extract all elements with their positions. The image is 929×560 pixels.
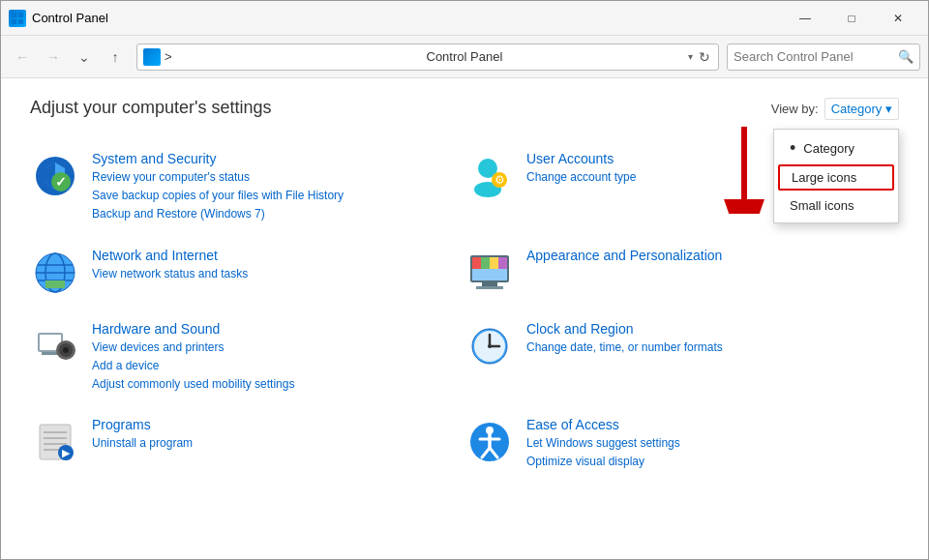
hardware-link-1[interactable]: View devices and printers [92,339,294,357]
window-title: Control Panel [32,11,783,25]
close-button[interactable]: ✕ [876,4,920,33]
network-link-1[interactable]: View network status and tasks [92,265,248,283]
programs-content: Programs Uninstall a program [92,417,193,453]
svg-text:▶: ▶ [62,447,71,458]
user-accounts-content: User Accounts Change account type [526,151,636,187]
address-bar: > Control Panel ▾ ↻ [136,44,719,71]
system-security-link-3[interactable]: Backup and Restore (Windows 7) [92,205,344,223]
hardware-link-2[interactable]: Add a device [92,357,294,375]
appearance-title[interactable]: Appearance and Personalization [526,248,722,263]
clock-title[interactable]: Clock and Region [526,321,723,337]
back-button[interactable]: ← [9,44,36,71]
view-by-row: View by: Category ▾ [771,98,899,120]
address-icon [143,48,161,66]
view-by-dropdown[interactable]: Category ▾ [824,98,899,120]
page-heading: Adjust your computer's settings [30,98,899,118]
hardware-link-3[interactable]: Adjust commonly used mobility settings [92,375,294,394]
programs-icon: ▶ [30,417,80,467]
svg-rect-18 [45,280,65,288]
category-clock-region: Clock and Region Change date, time, or n… [464,311,899,404]
forward-button[interactable]: → [40,44,67,71]
nav-dropdown-button[interactable]: ⌄ [71,44,98,71]
category-system-security: ✓ System and Security Review your comput… [30,141,464,234]
hardware-content: Hardware and Sound View devices and prin… [92,321,294,395]
dropdown-category-label: Category [803,141,854,156]
system-security-title[interactable]: System and Security [92,151,344,166]
clock-region-icon [464,321,515,371]
ease-access-link-2[interactable]: Optimize visual display [526,453,680,471]
category-hardware-sound: Hardware and Sound View devices and prin… [30,311,464,404]
dropdown-large-icons-label: Large icons [792,170,856,185]
svg-rect-23 [490,257,498,269]
system-security-content: System and Security Review your computer… [92,151,344,224]
search-bar: 🔍 [727,44,920,71]
main-window: Control Panel — □ ✕ ← → ⌄ ↑ > Control Pa… [0,0,929,560]
clock-link-1[interactable]: Change date, time, or number formats [526,339,723,357]
bullet-icon: • [790,139,795,157]
dropdown-item-category[interactable]: • Category [774,133,898,162]
hardware-sound-icon [30,321,80,371]
app-icon [9,10,26,27]
user-accounts-link-1[interactable]: Change account type [526,168,636,187]
dropdown-item-small-icons[interactable]: Small icons [774,192,898,219]
svg-point-32 [63,347,69,353]
user-accounts-icon: ⚙ [464,151,515,201]
category-ease-access: Ease of Access Let Windows suggest setti… [464,407,899,481]
dropdown-small-icons-label: Small icons [790,198,854,213]
ease-access-content: Ease of Access Let Windows suggest setti… [526,417,680,471]
minimize-button[interactable]: — [783,4,827,33]
navigation-bar: ← → ⌄ ↑ > Control Panel ▾ ↻ 🔍 [1,36,928,78]
system-security-link-1[interactable]: Review your computer's status [92,168,344,187]
category-network-internet: Network and Internet View network status… [30,238,464,308]
svg-point-37 [488,344,492,348]
dropdown-menu: • Category Large icons Small icons [773,129,899,223]
maximize-button[interactable]: □ [829,4,874,33]
svg-text:⚙: ⚙ [494,173,505,187]
svg-rect-21 [472,257,481,269]
svg-rect-2 [12,18,16,23]
svg-rect-22 [481,257,490,269]
svg-rect-1 [18,12,23,16]
address-text: Control Panel [427,49,685,64]
address-prefix: > [165,49,423,64]
network-content: Network and Internet View network status… [92,248,248,283]
dropdown-item-large-icons[interactable]: Large icons [778,164,894,191]
system-security-icon: ✓ [30,151,80,201]
appearance-icon [464,248,515,298]
ease-access-icon [464,417,515,467]
programs-title[interactable]: Programs [92,417,193,432]
red-arrow-indicator [715,127,773,218]
svg-rect-26 [476,286,503,289]
up-button[interactable]: ↑ [102,44,129,71]
clock-content: Clock and Region Change date, time, or n… [526,321,723,357]
ease-access-title[interactable]: Ease of Access [526,417,680,432]
address-chevron[interactable]: ▾ [688,51,693,62]
main-content: Adjust your computer's settings View by:… [1,78,928,559]
hardware-title[interactable]: Hardware and Sound [92,321,294,337]
view-by-label: View by: [771,102,819,116]
svg-rect-25 [482,282,497,286]
window-controls: — □ ✕ [783,4,920,33]
category-programs: ▶ Programs Uninstall a program [30,407,464,481]
user-accounts-title[interactable]: User Accounts [526,151,636,166]
category-appearance: Appearance and Personalization [464,238,899,308]
svg-text:✓: ✓ [55,174,67,190]
appearance-content: Appearance and Personalization [526,248,722,265]
network-title[interactable]: Network and Internet [92,248,248,263]
refresh-button[interactable]: ↻ [697,47,712,67]
system-security-link-2[interactable]: Save backup copies of your files with Fi… [92,187,344,205]
title-bar: Control Panel — □ ✕ [1,1,928,36]
svg-rect-0 [12,12,16,16]
svg-rect-3 [18,18,23,23]
search-input[interactable] [734,49,898,64]
network-internet-icon [30,248,80,298]
programs-link-1[interactable]: Uninstall a program [92,434,193,453]
svg-rect-24 [498,257,507,269]
ease-access-link-1[interactable]: Let Windows suggest settings [526,434,680,453]
search-icon: 🔍 [898,49,914,64]
